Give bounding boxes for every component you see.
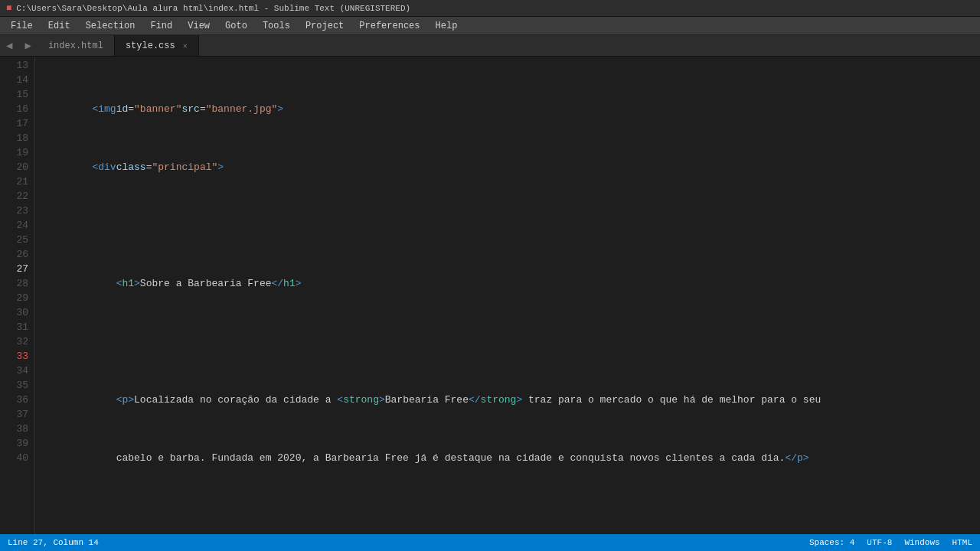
code-line-18: <p>Localizada no coração da cidade a <st…: [44, 393, 980, 407]
menu-preferences[interactable]: Preferences: [351, 19, 427, 33]
line-num-40: 40: [0, 451, 28, 465]
menu-selection[interactable]: Selection: [78, 19, 143, 33]
line-num-28: 28: [0, 276, 28, 291]
line-num-16: 16: [0, 102, 28, 116]
line-num-18: 18: [0, 131, 28, 145]
line-num-29: 29: [0, 291, 28, 305]
menu-project[interactable]: Project: [298, 19, 351, 33]
menu-find[interactable]: Find: [142, 19, 180, 33]
line-num-31: 31: [0, 320, 28, 334]
line-numbers: 13 14 15 16 17 18 19 20 21 22 23 24 25 2…: [0, 57, 35, 534]
code-line-13: <img id="banner" src="banner.jpg">: [44, 102, 980, 116]
line-num-35: 35: [0, 378, 28, 393]
code-line-16: <h1>Sobre a Barbearia Free</h1>: [44, 276, 980, 291]
line-num-36: 36: [0, 393, 28, 407]
code-line-17: [44, 334, 980, 349]
line-num-20: 20: [0, 160, 28, 174]
line-num-27: 27: [0, 262, 28, 276]
tab-nav-left[interactable]: ◀: [0, 35, 18, 56]
menu-bar: File Edit Selection Find View Goto Tools…: [0, 17, 980, 35]
menu-goto[interactable]: Goto: [217, 19, 255, 33]
status-left: Line 27, Column 14: [8, 538, 99, 547]
code-line-14: <div class="principal">: [44, 160, 980, 174]
status-indent: Spaces: 4: [809, 538, 854, 547]
status-right: Spaces: 4 UTF-8 Windows HTML: [809, 538, 972, 547]
menu-tools[interactable]: Tools: [255, 19, 298, 33]
tab-style-css-label: style.css: [126, 41, 175, 51]
line-num-25: 25: [0, 233, 28, 247]
menu-edit[interactable]: Edit: [41, 19, 78, 33]
line-num-34: 34: [0, 364, 28, 378]
tab-index-html[interactable]: index.html: [38, 35, 115, 56]
line-num-33: 33: [0, 349, 28, 364]
line-num-26: 26: [0, 247, 28, 262]
menu-file[interactable]: File: [3, 19, 41, 33]
tab-index-html-label: index.html: [48, 41, 103, 51]
line-num-39: 39: [0, 436, 28, 451]
tab-close-icon[interactable]: ✕: [183, 41, 188, 51]
editor: 13 14 15 16 17 18 19 20 21 22 23 24 25 2…: [0, 57, 980, 534]
line-num-22: 22: [0, 189, 28, 204]
line-num-23: 23: [0, 204, 28, 218]
line-num-21: 21: [0, 174, 28, 189]
status-encoding: UTF-8: [867, 538, 892, 547]
line-num-15: 15: [0, 87, 28, 102]
line-num-13: 13: [0, 58, 28, 73]
window-title: C:\Users\Sara\Desktop\Aula alura html\in…: [16, 4, 410, 13]
status-bar: Line 27, Column 14 Spaces: 4 UTF-8 Windo…: [0, 534, 980, 551]
line-num-38: 38: [0, 422, 28, 436]
status-position: Line 27, Column 14: [8, 538, 99, 547]
title-bar: ■ C:\Users\Sara\Desktop\Aula alura html\…: [0, 0, 980, 17]
line-num-17: 17: [0, 116, 28, 131]
line-num-14: 14: [0, 73, 28, 87]
menu-view[interactable]: View: [180, 19, 217, 33]
tab-bar: ◀ ▶ index.html style.css ✕: [0, 35, 980, 57]
line-num-32: 32: [0, 334, 28, 349]
line-num-19: 19: [0, 145, 28, 160]
line-num-30: 30: [0, 305, 28, 320]
code-line-20: [44, 509, 980, 523]
status-language: HTML: [952, 538, 972, 547]
app-icon: ■: [6, 3, 11, 14]
code-line-15: [44, 218, 980, 233]
code-editor[interactable]: <img id="banner" src="banner.jpg"> <div …: [35, 57, 980, 534]
line-num-24: 24: [0, 218, 28, 233]
status-line-ending: Windows: [904, 538, 939, 547]
tab-style-css[interactable]: style.css ✕: [115, 35, 199, 56]
tab-nav-right[interactable]: ▶: [18, 35, 37, 56]
line-num-37: 37: [0, 407, 28, 422]
menu-help[interactable]: Help: [428, 19, 466, 33]
code-line-19: cabelo e barba. Fundada em 2020, a Barbe…: [44, 451, 980, 465]
